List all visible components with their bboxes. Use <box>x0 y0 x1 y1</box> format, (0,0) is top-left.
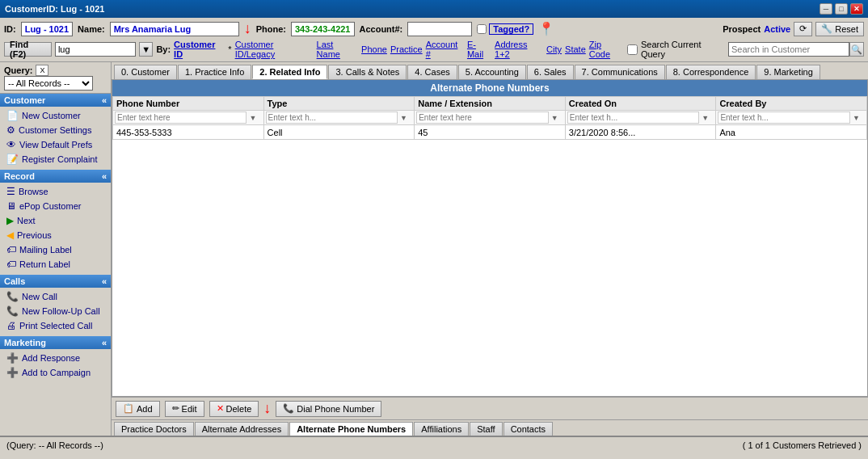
sidebar-item-return-label[interactable]: 🏷 Return Label <box>0 257 111 272</box>
maximize-button[interactable]: □ <box>835 3 848 15</box>
last-name-nav[interactable]: Last Name <box>317 40 358 59</box>
next-icon: ▶ <box>6 215 14 226</box>
tab-4-cases[interactable]: 4. Cases <box>407 65 457 79</box>
find-input[interactable] <box>55 42 136 57</box>
epop-label: ePop Customer <box>19 201 81 211</box>
phone-value-box: 343-243-4221 <box>291 22 355 36</box>
minimize-button[interactable]: ─ <box>820 3 832 15</box>
filter-type[interactable] <box>266 112 398 124</box>
header-right: Prospect Active ⟳ 🔧 Reset <box>723 22 864 36</box>
sidebar-item-new-followup-call[interactable]: 📞 New Follow-Up Call <box>0 304 111 318</box>
email-nav[interactable]: E-Mail <box>467 40 491 59</box>
sidebar-item-new-call[interactable]: 📞 New Call <box>0 289 111 304</box>
close-button[interactable]: ✕ <box>850 3 863 15</box>
mailing-label-icon: 🏷 <box>6 244 16 255</box>
register-complaint-label: Register Complaint <box>22 154 98 164</box>
sidebar-item-customer-settings[interactable]: ⚙ Customer Settings <box>0 123 111 137</box>
tagged-label: Tagged? <box>489 23 533 35</box>
sidebar-item-mailing-label[interactable]: 🏷 Mailing Label <box>0 242 111 257</box>
city-nav[interactable]: City <box>546 44 562 54</box>
dial-phone-icon: 📞 <box>283 403 294 414</box>
query-dropdown[interactable]: -- All Records -- <box>4 76 93 91</box>
cell-type: Cell <box>263 125 415 140</box>
sub-tab-alternate-phone-numbers[interactable]: Alternate Phone Numbers <box>289 422 413 436</box>
map-pin-icon[interactable]: 📍 <box>538 21 554 36</box>
tab-6-sales[interactable]: 6. Sales <box>527 65 574 79</box>
search-current-query-checkbox[interactable] <box>627 44 638 55</box>
practice-nav[interactable]: Practice <box>390 44 423 54</box>
sidebar-item-browse[interactable]: ☰ Browse <box>0 184 111 199</box>
refresh-button[interactable]: ⟳ <box>794 22 812 36</box>
tab-9-marketing[interactable]: 9. Marketing <box>756 65 820 79</box>
sidebar-calls-header[interactable]: Calls « <box>0 275 111 288</box>
tagged-checkbox[interactable] <box>477 24 487 34</box>
nav-sep-1: * <box>228 44 231 54</box>
delete-icon: ✕ <box>217 403 224 414</box>
alternate-phone-table: Phone Number Type Name / Extension Creat… <box>112 96 867 140</box>
add-response-icon: ➕ <box>6 352 19 364</box>
tab-2-related-info[interactable]: 2. Related Info <box>252 65 327 79</box>
account-nav[interactable]: Account # <box>426 40 464 59</box>
print-call-icon: 🖨 <box>6 320 16 331</box>
customer-id-nav[interactable]: Customer ID <box>174 40 225 59</box>
next-label: Next <box>17 216 36 225</box>
query-section: Query: X -- All Records -- <box>0 62 111 94</box>
content-area: 0. Customer 1. Practice Info 2. Related … <box>112 62 868 436</box>
edit-button[interactable]: ✏ Edit <box>165 401 204 417</box>
search-input[interactable] <box>728 42 849 57</box>
sidebar-item-new-customer[interactable]: 📄 New Customer <box>0 108 111 123</box>
sidebar-item-register-complaint[interactable]: 📝 Register Complaint <box>0 152 111 166</box>
sidebar-record-header[interactable]: Record « <box>0 170 111 183</box>
tab-1-practice-info[interactable]: 1. Practice Info <box>178 65 251 79</box>
sidebar-item-epop-customer[interactable]: 🖥 ePop Customer <box>0 199 111 213</box>
dial-phone-button[interactable]: 📞 Dial Phone Number <box>276 401 381 417</box>
sub-tab-alternate-addresses[interactable]: Alternate Addresses <box>195 422 289 436</box>
tab-3-calls-notes[interactable]: 3. Calls & Notes <box>328 65 407 79</box>
account-label: Account#: <box>360 24 403 34</box>
customer-id-legacy-nav[interactable]: Customer ID/Legacy <box>235 40 314 59</box>
sub-tab-contacts[interactable]: Contacts <box>504 422 553 436</box>
filter-created-by[interactable] <box>718 112 849 124</box>
filter-phone[interactable] <box>115 112 246 124</box>
name-value: Mrs Anamaria Lug <box>114 24 192 34</box>
sidebar-item-add-response[interactable]: ➕ Add Response <box>0 351 111 365</box>
search-button[interactable]: 🔍 <box>849 42 864 57</box>
sub-tab-staff[interactable]: Staff <box>470 422 502 436</box>
customer-settings-icon: ⚙ <box>6 124 15 136</box>
status-left: (Query: -- All Records --) <box>6 440 103 450</box>
return-label-label: Return Label <box>19 259 70 269</box>
sidebar-item-add-to-campaign[interactable]: ➕ Add to Campaign <box>0 365 111 380</box>
add-campaign-label: Add to Campaign <box>22 368 91 377</box>
filter-name-ext[interactable] <box>416 112 548 124</box>
cell-created-by: Ana <box>716 125 867 140</box>
tab-7-communications[interactable]: 7. Communications <box>575 65 665 79</box>
filter-created-on[interactable] <box>567 112 699 124</box>
reset-button[interactable]: 🔧 Reset <box>815 22 864 36</box>
sidebar-item-previous[interactable]: ◀ Previous <box>0 228 111 242</box>
sidebar-item-print-selected-call[interactable]: 🖨 Print Selected Call <box>0 318 111 333</box>
sidebar-item-next[interactable]: ▶ Next <box>0 213 111 228</box>
find-dropdown-btn[interactable]: ▼ <box>139 42 153 57</box>
previous-icon: ◀ <box>6 230 14 241</box>
tab-5-accounting[interactable]: 5. Accounting <box>458 65 526 79</box>
find-row: Find (F2) ▼ By: Customer ID * Customer I… <box>4 40 864 59</box>
sidebar-item-view-default-prefs[interactable]: 👁 View Default Prefs <box>0 137 111 152</box>
table-header-row: Phone Number Type Name / Extension Creat… <box>113 97 867 111</box>
tab-0-customer[interactable]: 0. Customer <box>114 65 177 79</box>
zip-nav[interactable]: Zip Code <box>589 40 624 59</box>
sub-tab-affiliations[interactable]: Affiliations <box>414 422 469 436</box>
add-button[interactable]: 📋 Add <box>116 401 160 417</box>
delete-button[interactable]: ✕ Delete <box>209 401 259 417</box>
address-nav[interactable]: Address 1+2 <box>495 40 543 59</box>
sidebar: Query: X -- All Records -- Customer « 📄 … <box>0 62 112 436</box>
header-area: ID: Lug - 1021 Name: Mrs Anamaria Lug ↓ … <box>0 18 868 62</box>
state-nav[interactable]: State <box>565 44 586 54</box>
sidebar-customer-header[interactable]: Customer « <box>0 94 111 107</box>
browse-icon: ☰ <box>6 186 15 197</box>
tab-8-correspondence[interactable]: 8. Correspondence <box>666 65 756 79</box>
query-clear-btn[interactable]: X <box>36 65 48 76</box>
sidebar-marketing-header[interactable]: Marketing « <box>0 336 111 349</box>
phone-nav[interactable]: Phone <box>361 44 387 54</box>
sub-tab-practice-doctors[interactable]: Practice Doctors <box>114 422 194 436</box>
col-name-ext: Name / Extension <box>415 97 566 111</box>
